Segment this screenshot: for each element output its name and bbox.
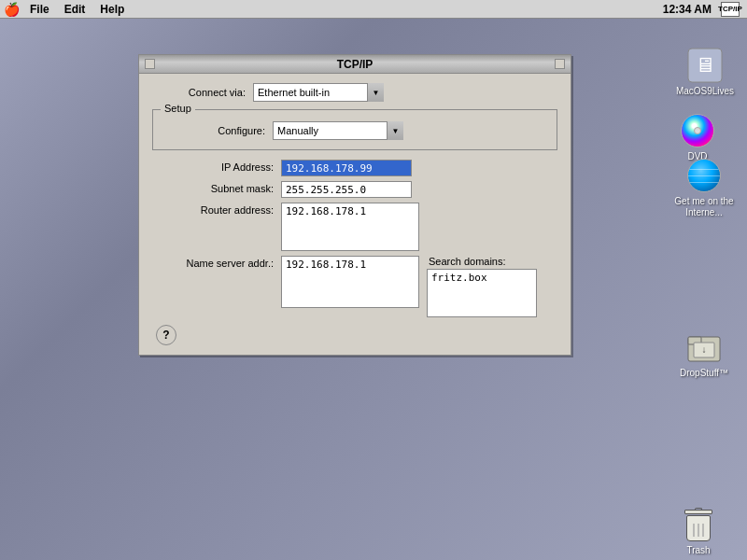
menu-file[interactable]: File <box>22 0 57 19</box>
menubar: 🍎 File Edit Help 12:34 AM TCP/IP <box>0 0 747 19</box>
menubar-right: 12:34 AM TCP/IP <box>663 2 747 17</box>
router-address-label: Router address: <box>162 203 274 216</box>
macos9lives-label: MacOS9Lives <box>676 86 734 97</box>
desktop-icon-internet[interactable]: Get me on the Interne... <box>669 157 740 218</box>
help-button[interactable]: ? <box>156 325 176 345</box>
connect-via-select-wrap: Ethernet built-in PPP AppleTalk (MacIP) … <box>253 83 384 102</box>
ip-address-row: IP Address: <box>162 160 557 176</box>
system-clock: 12:34 AM <box>663 3 712 16</box>
desktop-icon-macos9lives[interactable]: 🖥 MacOS9Lives <box>672 47 738 97</box>
dvd-icon <box>679 112 716 149</box>
internet-icon <box>685 157 723 194</box>
router-address-row: Router address: 192.168.178.1 <box>162 203 557 251</box>
connect-via-select[interactable]: Ethernet built-in PPP AppleTalk (MacIP) <box>253 83 384 102</box>
search-domains-label: Search domains: <box>427 256 537 267</box>
search-domains-textarea[interactable]: fritz.box <box>427 269 537 317</box>
configure-select[interactable]: Manually Using DHCP Server Using BootP <box>273 121 403 140</box>
ip-address-label: IP Address: <box>162 160 274 173</box>
tcpip-window: TCP/IP Connect via: Ethernet built-in PP… <box>138 54 571 356</box>
connect-via-label: Connect via: <box>152 87 246 98</box>
setup-legend: Setup <box>161 103 195 114</box>
dropstuff-label: DropStuff™ <box>680 368 728 379</box>
name-server-textarea[interactable]: 192.168.178.1 <box>281 256 419 308</box>
desktop-icon-trash[interactable]: Trash <box>670 506 726 556</box>
configure-select-wrap: Manually Using DHCP Server Using BootP ▼ <box>273 121 403 140</box>
trash-icon <box>680 506 717 543</box>
connect-via-row: Connect via: Ethernet built-in PPP Apple… <box>152 83 557 102</box>
router-address-textarea[interactable]: 192.168.178.1 <box>281 203 419 251</box>
name-server-row: Name server addr.: 192.168.178.1 <box>162 256 419 317</box>
trash-label: Trash <box>686 545 710 556</box>
dropstuff-icon: ↓ <box>685 329 723 366</box>
subnet-mask-row: Subnet mask: <box>162 181 557 198</box>
desktop-icon-dropstuff[interactable]: ↓ DropStuff™ <box>669 329 740 379</box>
window-titlebar: TCP/IP <box>139 55 571 74</box>
configure-label: Configure: <box>162 125 265 136</box>
setup-group: Setup Configure: Manually Using DHCP Ser… <box>152 109 557 150</box>
menu-edit[interactable]: Edit <box>57 0 93 19</box>
tcpip-menubar-icon[interactable]: TCP/IP <box>721 2 740 17</box>
apple-menu[interactable]: 🍎 <box>0 0 22 19</box>
svg-text:🖥: 🖥 <box>695 53 715 77</box>
configure-row: Configure: Manually Using DHCP Server Us… <box>162 121 547 140</box>
ip-address-input[interactable] <box>281 160 412 176</box>
svg-text:↓: ↓ <box>702 344 707 355</box>
window-title: TCP/IP <box>337 58 374 71</box>
window-close-button[interactable] <box>145 59 155 69</box>
macos9lives-icon: 🖥 <box>686 47 724 84</box>
internet-label: Get me on the Interne... <box>669 196 740 218</box>
subnet-mask-input[interactable] <box>281 181 412 198</box>
window-content: Connect via: Ethernet built-in PPP Apple… <box>139 74 571 355</box>
name-server-label: Name server addr.: <box>162 256 274 269</box>
subnet-mask-label: Subnet mask: <box>162 181 274 194</box>
menu-help[interactable]: Help <box>92 0 132 19</box>
desktop-icon-dvd[interactable]: DVD <box>665 112 730 162</box>
window-zoom-button[interactable] <box>555 59 565 69</box>
